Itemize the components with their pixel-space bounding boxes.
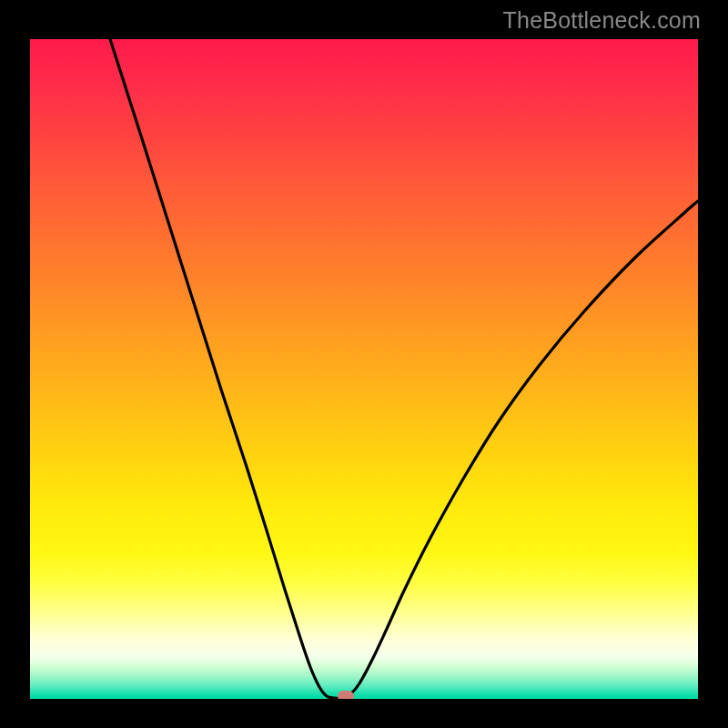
minimum-marker	[338, 691, 354, 699]
chart-frame: TheBottleneck.com	[0, 0, 728, 728]
plot-area	[30, 39, 698, 699]
bottleneck-curve	[110, 39, 698, 698]
watermark-text: TheBottleneck.com	[503, 7, 701, 34]
curve-layer	[30, 39, 698, 699]
